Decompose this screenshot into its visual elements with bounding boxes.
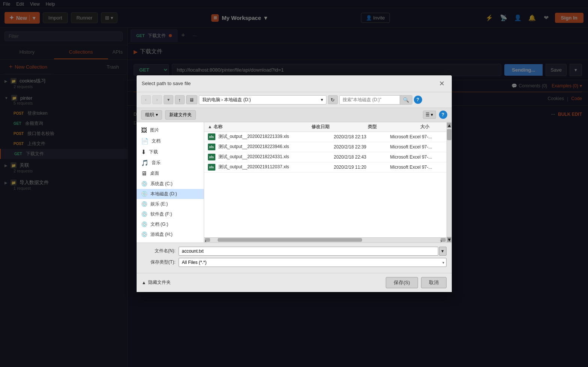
path-dropdown-arrow: ▾ [321,97,323,102]
path-text: 我的电脑 › 本地磁盘 (D:) [202,97,251,103]
filename-input[interactable] [179,247,438,256]
sidebar-item-h-drive[interactable]: 💿 游戏盘 (H:) [137,229,204,240]
filename-dropdown-button[interactable]: ▾ [439,247,447,256]
refresh-button[interactable]: ↻ [328,95,338,104]
file-name: 测试_output__20200219112037.xls [218,164,334,170]
hidden-folder-toggle[interactable]: ▲ 隐藏文件夹 [142,279,171,286]
vscroll-thumb[interactable] [447,129,451,140]
col-name-header[interactable]: ▲ 名称 [208,124,311,130]
file-list-area: ▲ 名称 修改日期 类型 大小 xls 测试_output__202002182… [204,122,447,243]
nav-forward-button[interactable]: › [152,95,162,104]
sidebar-item-label: 音乐 [152,160,161,166]
filename-row: 文件名(N): ▾ [142,247,447,256]
sidebar-item-label: 系统盘 (C:) [150,181,173,187]
col-date-header[interactable]: 修改日期 [311,124,368,130]
col-type-header[interactable]: 类型 [368,124,420,130]
music-icon: 🎵 [141,159,149,166]
sidebar-item-documents[interactable]: 📄 文档 [137,136,204,147]
sidebar-item-d-drive[interactable]: 💿 本地磁盘 (D:) [137,189,204,199]
folder-icon: 📄 [141,138,149,145]
dialog-close-button[interactable]: ✕ [438,79,447,88]
file-type: Microsoft Excel 97-... [390,134,443,139]
save-file-dialog: Select path to save file ✕ ‹ › ▾ ↑ 🖥 我的电… [137,75,452,292]
nav-up-button[interactable]: ↑ [175,95,185,104]
organize-dropdown-icon: ▾ [156,112,158,117]
file-row[interactable]: xls 测试_output__20200218224331.xls 2020/2… [204,152,447,162]
toolbar-help-button[interactable]: ? [439,111,447,119]
folder-icon: 🖼 [141,127,147,134]
excel-icon: xls [208,154,215,160]
file-name: 测试_output__20200218221339.xls [218,133,334,140]
file-date: 2020/2/18 22:43 [334,154,390,160]
new-folder-button[interactable]: 新建文件夹 [165,110,196,120]
sidebar-item-label: 本地磁盘 (D:) [150,191,177,197]
sidebar-item-label: 文档 (G:) [150,221,168,228]
file-type: Microsoft Excel 97-... [390,165,443,170]
filename-label: 文件名(N): [142,248,176,254]
path-dropdown[interactable]: 我的电脑 › 本地磁盘 (D:) ▾ [199,95,326,105]
action-buttons: 保存(S) 取消 [386,277,446,288]
col-size-header[interactable]: 大小 [420,124,443,130]
help-button[interactable]: ? [414,96,422,104]
excel-icon: xls [208,133,215,140]
filetype-select[interactable]: All Files (*.*) [179,258,447,267]
excel-icon: xls [208,164,215,171]
vscroll-up-arrow[interactable]: ▲ [447,123,451,128]
file-row[interactable]: xls 测试_output__20200219112037.xls 2020/2… [204,162,447,172]
file-row[interactable]: xls 测试_output__20200218221339.xls 2020/2… [204,132,447,142]
vscroll-down-arrow[interactable]: ▼ [447,237,451,242]
filetype-row: 保存类型(T): All Files (*.*) ▾ [142,258,447,267]
sidebar-item-e-drive[interactable]: 💿 娱乐 (E:) [137,199,204,209]
file-date: 2020/2/18 22:39 [334,144,390,150]
dialog-title: Select path to save file [142,81,191,86]
organize-button[interactable]: 组织 ▾ [141,110,162,120]
sidebar-item-label: 软件盘 (F:) [150,211,172,217]
horizontal-scrollbar[interactable]: ‹ › [204,237,447,243]
sidebar-item-downloads[interactable]: ⬇ 下载 [137,147,204,157]
file-type: Microsoft Excel 97-... [390,154,443,160]
filetype-label: 保存类型(T): [142,259,176,265]
vertical-scrollbar[interactable]: ▲ ▼ [447,122,452,243]
sidebar-item-f-drive[interactable]: 💿 软件盘 (F:) [137,209,204,219]
download-icon: ⬇ [141,148,146,156]
view-toggle-button[interactable]: ☰ ▾ [423,111,436,119]
sidebar-item-label: 文档 [152,138,161,144]
dialog-footer: 文件名(N): ▾ 保存类型(T): All Files (*.*) ▾ [137,243,452,273]
sidebar-item-music[interactable]: 🎵 音乐 [137,157,204,168]
hscroll-thumb[interactable] [218,238,362,242]
search-box: 🔍 [339,95,412,105]
computer-icon: 🖥 [186,95,197,104]
file-list: ▲ 名称 修改日期 类型 大小 xls 测试_output__202002182… [204,122,447,237]
drive-icon: 💿 [141,191,147,197]
hscroll-right-arrow[interactable]: › [441,238,446,242]
dialog-nav: ‹ › ▾ ↑ 🖥 我的电脑 › 本地磁盘 (D:) ▾ ↻ 🔍 ? [137,92,452,108]
dialog-overlay: Select path to save file ✕ ‹ › ▾ ↑ 🖥 我的电… [0,0,588,367]
sidebar-item-c-drive[interactable]: 💿 系统盘 (C:) [137,179,204,189]
nav-back-button[interactable]: ‹ [141,95,151,104]
file-name: 测试_output__20200218224331.xls [218,154,334,160]
hscroll-left-arrow[interactable]: ‹ [205,238,210,242]
chevron-up-icon: ▲ [142,280,146,285]
sidebar-item-g-drive[interactable]: 💿 文档 (G:) [137,219,204,229]
drive-icon: 💿 [141,231,147,237]
search-submit-button[interactable]: 🔍 [400,96,412,104]
sidebar-item-pictures[interactable]: 🖼 图片 [137,125,204,136]
file-name: 测试_output__20200218223946.xls [218,144,334,150]
sidebar-item-label: 下载 [149,149,158,155]
dialog-toolbar: 组织 ▾ 新建文件夹 ☰ ▾ ? [137,108,452,122]
sidebar-item-label: 娱乐 (E:) [150,201,168,207]
dialog-cancel-button[interactable]: 取消 [421,277,447,288]
dialog-titlebar: Select path to save file ✕ [137,75,452,92]
hidden-folder-label: 隐藏文件夹 [148,279,171,286]
file-list-header: ▲ 名称 修改日期 类型 大小 [204,122,447,132]
sidebar-item-desktop[interactable]: 🖥 桌面 [137,168,204,179]
sidebar-item-label: 桌面 [150,170,159,177]
dialog-save-button[interactable]: 保存(S) [386,277,418,288]
nav-dropdown-button[interactable]: ▾ [164,95,173,104]
dialog-actions: ▲ 隐藏文件夹 保存(S) 取消 [137,273,452,292]
drive-icon: 💿 [141,201,147,207]
file-row[interactable]: xls 测试_output__20200218223946.xls 2020/2… [204,142,447,152]
search-input[interactable] [340,96,400,103]
drive-icon: 💿 [141,211,147,217]
filetype-select-wrapper: All Files (*.*) ▾ [179,258,447,267]
